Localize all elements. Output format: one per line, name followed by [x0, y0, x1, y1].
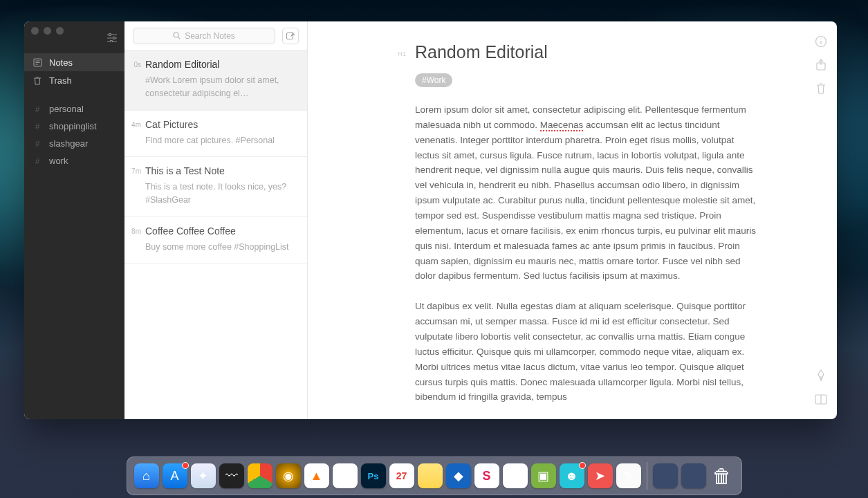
- minimize-window-button[interactable]: [44, 27, 51, 35]
- dock-textedit[interactable]: ✎: [616, 463, 641, 488]
- note-time: 4m: [126, 121, 141, 129]
- editor-panel[interactable]: H1 Random Editorial #Work Lorem ipsum do…: [308, 21, 837, 419]
- svg-point-18: [820, 38, 821, 39]
- note-body[interactable]: Lorem ipsum dolor sit amet, consectetur …: [415, 102, 761, 405]
- desktop-background: NotesTrash #personal#shoppinglist#slashg…: [0, 0, 868, 498]
- search-placeholder: Search Notes: [185, 31, 235, 41]
- badge-icon: [579, 462, 586, 469]
- note-icon: [33, 58, 42, 67]
- dock-photoshop[interactable]: Ps: [361, 463, 386, 488]
- dock-desktop-1[interactable]: [653, 463, 678, 488]
- note-title: Coffee Coffee Coffee: [145, 225, 297, 237]
- trash-icon[interactable]: [815, 82, 827, 95]
- svg-line-12: [178, 37, 180, 39]
- tag-label: shoppinglist: [49, 121, 97, 131]
- dock-separator: [647, 462, 647, 490]
- dock-butterfly[interactable]: ✶: [503, 463, 528, 488]
- svg-point-1: [109, 33, 111, 35]
- compose-button[interactable]: [282, 28, 299, 44]
- settings-icon[interactable]: [107, 33, 118, 42]
- dock-trash[interactable]: 🗑: [710, 463, 735, 488]
- note-title: Random Editorial: [145, 59, 297, 70]
- dock: ⌂A✦〰◉▲✿Ps27◆S✶▣☻➤✎ 🗑: [127, 456, 742, 495]
- svg-point-11: [174, 33, 178, 37]
- dock-transmit[interactable]: ➤: [588, 463, 613, 488]
- svg-rect-13: [287, 33, 293, 39]
- hash-icon: #: [33, 104, 42, 114]
- note-title[interactable]: Random Editorial: [415, 42, 782, 62]
- dock-slack[interactable]: S: [474, 463, 499, 488]
- note-item-1[interactable]: 4mCat PicturesFind more cat pictures. #P…: [124, 111, 307, 158]
- note-preview: This is a test note. It looks nice, yes?…: [145, 181, 297, 207]
- trash-icon: [33, 76, 42, 85]
- sidebar-item-trash[interactable]: Trash: [24, 71, 124, 89]
- search-input[interactable]: Search Notes: [133, 28, 275, 44]
- note-item-0[interactable]: 0sRandom Editorial#Work Lorem ipsum dolo…: [124, 50, 307, 111]
- dock-photos[interactable]: ✿: [333, 463, 358, 488]
- dock-vlc[interactable]: ▲: [304, 463, 329, 488]
- note-preview: #Work Lorem ipsum dolor sit amet, consec…: [145, 74, 297, 100]
- note-item-2[interactable]: 7mThis is a Test NoteThis is a test note…: [124, 157, 307, 217]
- tag-personal[interactable]: #personal: [24, 100, 124, 118]
- dock-utility-2[interactable]: ☻: [560, 463, 584, 488]
- note-time: 7m: [126, 167, 141, 175]
- note-list-panel: Search Notes 0sRandom Editorial#Work Lor…: [124, 21, 308, 419]
- dock-desktop-2[interactable]: [681, 463, 706, 488]
- editor-right-tools: [815, 35, 827, 95]
- note-title: Cat Pictures: [145, 119, 297, 130]
- dock-activity[interactable]: 〰: [219, 463, 244, 488]
- bear-notes-window: NotesTrash #personal#shoppinglist#slashg…: [24, 21, 837, 419]
- sidebar-item-notes[interactable]: Notes: [24, 53, 124, 71]
- tag-work[interactable]: #work: [24, 152, 124, 169]
- tag-label: slashgear: [49, 138, 88, 149]
- dock-finder[interactable]: ⌂: [134, 463, 159, 488]
- paragraph-1[interactable]: Lorem ipsum dolor sit amet, consectetur …: [415, 102, 761, 284]
- note-title: This is a Test Note: [145, 165, 297, 176]
- hash-icon: #: [33, 139, 42, 149]
- svg-point-5: [110, 40, 112, 42]
- note-preview: Buy some more coffee #ShoppingList: [145, 241, 297, 254]
- note-preview: Find more cat pictures. #Personal: [145, 134, 297, 147]
- dock-chrome[interactable]: [248, 463, 273, 488]
- panels-icon[interactable]: [815, 393, 827, 405]
- note-item-3[interactable]: 8mCoffee Coffee CoffeeBuy some more coff…: [124, 217, 307, 264]
- note-time: 8m: [126, 228, 141, 235]
- dock-utility-1[interactable]: ◆: [446, 463, 471, 488]
- search-icon: [173, 32, 181, 39]
- dock-android-studio[interactable]: ▣: [531, 463, 556, 488]
- badge-icon: [182, 462, 189, 469]
- editor-bottom-tools: [815, 369, 827, 405]
- heading-marker: H1: [398, 50, 407, 57]
- info-icon[interactable]: [815, 35, 827, 48]
- compose-icon: [286, 31, 295, 41]
- sidebar-item-label: Trash: [49, 75, 72, 86]
- spellcheck-word[interactable]: Maecenas: [540, 120, 583, 131]
- dock-calendar[interactable]: 27: [389, 463, 414, 488]
- paragraph-2[interactable]: Ut dapibus ex velit. Nulla egestas diam …: [415, 299, 761, 405]
- tag-label: personal: [49, 104, 84, 114]
- sidebar-item-label: Notes: [49, 57, 73, 68]
- dock-notes-app[interactable]: [418, 463, 443, 488]
- note-time: 0s: [126, 61, 141, 68]
- dock-app-store[interactable]: A: [163, 463, 187, 488]
- close-window-button[interactable]: [31, 27, 39, 35]
- note-list-toolbar: Search Notes: [124, 21, 307, 50]
- share-icon[interactable]: [815, 59, 827, 71]
- hash-icon: #: [33, 156, 42, 166]
- svg-point-3: [113, 37, 115, 39]
- tag-label: work: [49, 156, 68, 166]
- tag-slashgear[interactable]: #slashgear: [24, 135, 124, 152]
- pen-icon[interactable]: [815, 369, 827, 382]
- zoom-window-button[interactable]: [56, 27, 64, 35]
- tag-shoppinglist[interactable]: #shoppinglist: [24, 118, 124, 135]
- tag-pill[interactable]: #Work: [415, 73, 452, 87]
- dock-safari[interactable]: ✦: [191, 463, 216, 488]
- sidebar: NotesTrash #personal#shoppinglist#slashg…: [24, 21, 124, 419]
- hash-icon: #: [33, 122, 42, 131]
- dock-plex[interactable]: ◉: [276, 463, 301, 488]
